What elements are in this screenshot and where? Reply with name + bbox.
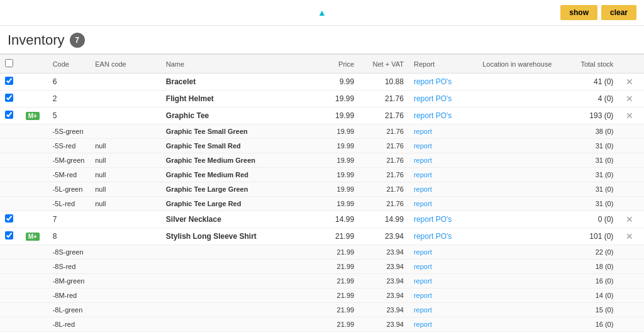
row-location bbox=[472, 74, 562, 91]
row-code: 7 bbox=[48, 211, 91, 228]
sub-net-vat: 23.94 bbox=[359, 245, 409, 260]
page-title: Inventory bbox=[8, 32, 65, 48]
sub-total-stock: 16 (0) bbox=[562, 274, 618, 288]
remove-button[interactable]: ✕ bbox=[623, 77, 636, 87]
sub-mp-cell bbox=[21, 317, 48, 332]
remove-button[interactable]: ✕ bbox=[623, 94, 636, 104]
mp-badge[interactable]: M+ bbox=[26, 112, 40, 120]
report-link[interactable]: report bbox=[414, 142, 432, 150]
row-report: report PO's bbox=[409, 107, 472, 124]
select-all-checkbox[interactable] bbox=[5, 59, 13, 67]
sub-report: report bbox=[409, 168, 472, 182]
sub-price: 19.99 bbox=[317, 182, 360, 197]
row-mp-cell bbox=[21, 91, 48, 107]
sub-net-vat: 21.76 bbox=[359, 197, 409, 211]
row-checkbox[interactable] bbox=[5, 111, 13, 119]
sub-net-vat: 21.76 bbox=[359, 124, 409, 139]
row-checkbox[interactable] bbox=[5, 231, 13, 239]
report-link[interactable]: report bbox=[414, 306, 432, 314]
th-net-vat: Net + VAT bbox=[359, 55, 409, 74]
row-location bbox=[472, 228, 562, 245]
report-link[interactable]: report bbox=[414, 94, 433, 103]
pos-link[interactable]: PO's bbox=[436, 94, 452, 103]
report-link[interactable]: report bbox=[414, 128, 432, 135]
row-checkbox[interactable] bbox=[5, 214, 13, 222]
sub-ean: null bbox=[90, 153, 161, 168]
clear-button[interactable]: clear bbox=[601, 5, 636, 20]
table-row: -8L-green 21.99 23.94 report 15 (0) bbox=[0, 303, 644, 317]
row-mp-cell bbox=[21, 74, 48, 91]
th-ean: EAN code bbox=[90, 55, 161, 74]
row-report: report PO's bbox=[409, 91, 472, 107]
row-code: 5 bbox=[48, 107, 91, 124]
table-row: -5L-green null Graphic Tee Large Green 1… bbox=[0, 182, 644, 197]
sub-name: Graphic Tee Medium Green bbox=[161, 153, 317, 168]
sub-location bbox=[472, 274, 562, 288]
mp-badge[interactable]: M+ bbox=[26, 233, 40, 241]
row-total-stock: 101 (0) bbox=[562, 228, 618, 245]
sub-remove-cell bbox=[618, 168, 644, 182]
row-remove-cell: ✕ bbox=[618, 91, 644, 107]
report-link[interactable]: report bbox=[414, 200, 432, 207]
row-total-stock: 193 (0) bbox=[562, 107, 618, 124]
sub-remove-cell bbox=[618, 288, 644, 303]
sub-remove-cell bbox=[618, 124, 644, 139]
table-body: 6 Bracelet 9.99 10.88 report PO's 41 (0)… bbox=[0, 74, 644, 332]
sub-report: report bbox=[409, 274, 472, 288]
sub-net-vat: 23.94 bbox=[359, 288, 409, 303]
sub-checkbox-cell bbox=[0, 197, 21, 211]
sub-code: -5S-green bbox=[48, 124, 91, 139]
sub-checkbox-cell bbox=[0, 182, 21, 197]
sub-report: report bbox=[409, 139, 472, 153]
row-code: 6 bbox=[48, 74, 91, 91]
sub-net-vat: 23.94 bbox=[359, 303, 409, 317]
report-link[interactable]: report bbox=[414, 77, 433, 86]
sub-location bbox=[472, 124, 562, 139]
row-name: Silver Necklace bbox=[161, 211, 317, 228]
report-link[interactable]: report bbox=[414, 292, 432, 299]
collapse-icon[interactable]: ▲ bbox=[318, 8, 326, 18]
show-button[interactable]: show bbox=[560, 5, 597, 20]
report-link[interactable]: report bbox=[414, 263, 432, 270]
report-link[interactable]: report bbox=[414, 215, 433, 224]
sub-report: report bbox=[409, 260, 472, 274]
report-link[interactable]: report bbox=[414, 185, 432, 193]
row-ean bbox=[90, 211, 161, 228]
table-row: -5S-red null Graphic Tee Small Red 19.99… bbox=[0, 139, 644, 153]
report-link[interactable]: report bbox=[414, 157, 432, 164]
remove-button[interactable]: ✕ bbox=[623, 214, 636, 224]
remove-button[interactable]: ✕ bbox=[623, 231, 636, 241]
row-net-vat: 21.76 bbox=[359, 91, 409, 107]
report-link[interactable]: report bbox=[414, 248, 432, 256]
sub-total-stock: 18 (0) bbox=[562, 260, 618, 274]
th-price: Price bbox=[317, 55, 360, 74]
row-net-vat: 23.94 bbox=[359, 228, 409, 245]
row-name: Graphic Tee bbox=[161, 107, 317, 124]
row-checkbox[interactable] bbox=[5, 77, 13, 85]
pos-link[interactable]: PO's bbox=[436, 232, 452, 241]
sub-code: -5L-red bbox=[48, 197, 91, 211]
pos-link[interactable]: PO's bbox=[436, 215, 452, 224]
report-link[interactable]: report bbox=[414, 111, 433, 120]
row-checkbox[interactable] bbox=[5, 94, 13, 102]
row-report: report PO's bbox=[409, 211, 472, 228]
report-link[interactable]: report bbox=[414, 171, 432, 178]
sub-checkbox-cell bbox=[0, 303, 21, 317]
pos-link[interactable]: PO's bbox=[436, 77, 452, 86]
row-ean bbox=[90, 74, 161, 91]
row-report: report PO's bbox=[409, 228, 472, 245]
sub-net-vat: 21.76 bbox=[359, 139, 409, 153]
sub-price: 21.99 bbox=[317, 245, 360, 260]
pos-link[interactable]: PO's bbox=[436, 111, 452, 120]
sub-remove-cell bbox=[618, 274, 644, 288]
sub-code: -5M-green bbox=[48, 153, 91, 168]
remove-button[interactable]: ✕ bbox=[623, 111, 636, 121]
sub-mp-cell bbox=[21, 139, 48, 153]
sub-checkbox-cell bbox=[0, 274, 21, 288]
top-bar-buttons: show clear bbox=[560, 5, 636, 20]
report-link[interactable]: report bbox=[414, 232, 433, 241]
sub-location bbox=[472, 317, 562, 332]
report-link[interactable]: report bbox=[414, 277, 432, 285]
report-link[interactable]: report bbox=[414, 321, 432, 328]
table-row: -5S-green Graphic Tee Small Green 19.99 … bbox=[0, 124, 644, 139]
